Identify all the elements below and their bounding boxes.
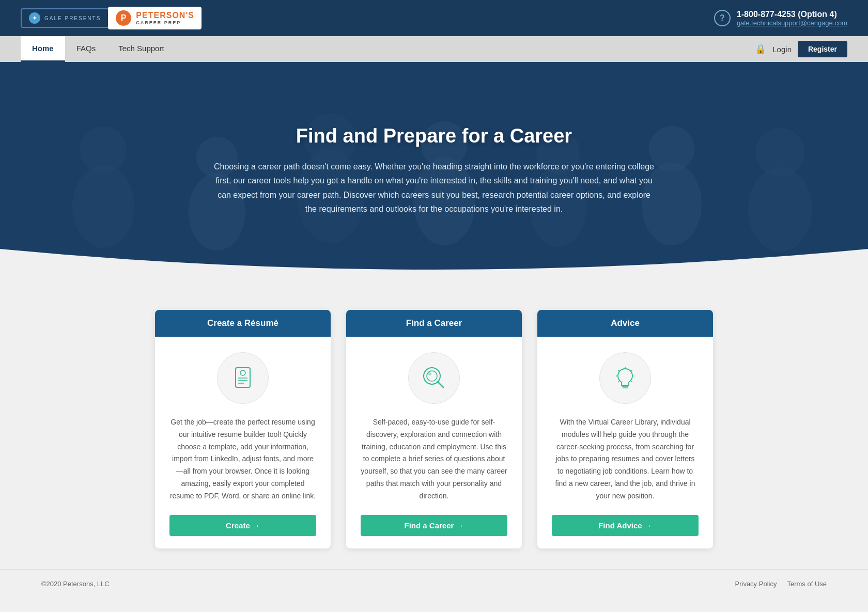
- svg-point-19: [240, 370, 245, 375]
- contact-area: ? 1-800-877-4253 (Option 4) gale.technic…: [714, 10, 847, 27]
- register-button[interactable]: Register: [798, 41, 847, 57]
- phone-number: 1-800-877-4253 (Option 4): [737, 10, 847, 19]
- nav-bar: Home FAQs Tech Support 🔒 Login Register: [0, 36, 868, 62]
- top-bar: GALE PRESENTS P PETERSON'S CAREER PREP ?…: [0, 0, 868, 36]
- svg-line-34: [631, 381, 632, 382]
- advice-card-header: Advice: [537, 310, 713, 337]
- svg-point-24: [427, 371, 437, 381]
- lightbulb-icon: [610, 363, 641, 394]
- resume-icon-circle: [217, 352, 269, 404]
- gale-star-icon: [29, 12, 40, 24]
- petersons-name: PETERSON'S: [136, 11, 194, 20]
- hero-section: Find and Prepare for a Career Choosing a…: [0, 62, 868, 279]
- login-button[interactable]: Login: [772, 45, 792, 54]
- resume-icon: [228, 364, 257, 393]
- support-email[interactable]: gale.technicalsupport@cengage.com: [737, 19, 847, 27]
- advice-card-desc: With the Virtual Career Library, individ…: [552, 416, 699, 503]
- petersons-icon: P: [115, 10, 132, 26]
- help-icon: ?: [714, 10, 731, 26]
- find-career-card-body: Self-paced, easy-to-use guide for self-d…: [346, 337, 522, 548]
- svg-line-31: [618, 370, 619, 371]
- search-career-icon: [419, 363, 450, 394]
- footer-links: Privacy Policy Terms of Use: [735, 580, 827, 588]
- hero-curve: [0, 249, 868, 279]
- resume-card-title: Create a Résumé: [207, 318, 278, 328]
- advice-icon-circle: [599, 352, 651, 404]
- create-resume-button[interactable]: Create →: [169, 515, 316, 536]
- nav-home[interactable]: Home: [21, 36, 65, 62]
- nav-faqs[interactable]: FAQs: [65, 36, 107, 62]
- hero-content: Find and Prepare for a Career Choosing a…: [109, 125, 760, 216]
- find-career-card-desc: Self-paced, easy-to-use guide for self-d…: [361, 416, 507, 503]
- lock-icon: 🔒: [755, 43, 766, 55]
- gale-presents-label: GALE PRESENTS: [44, 15, 101, 21]
- svg-line-25: [438, 382, 443, 387]
- svg-text:P: P: [121, 13, 127, 22]
- advice-card-title: Advice: [611, 318, 640, 328]
- svg-point-26: [428, 372, 431, 375]
- privacy-policy-link[interactable]: Privacy Policy: [735, 580, 777, 588]
- svg-line-35: [618, 381, 619, 382]
- nav-right: 🔒 Login Register: [755, 41, 847, 57]
- nav-links: Home FAQs Tech Support: [21, 36, 176, 62]
- svg-line-30: [631, 370, 632, 371]
- hero-title: Find and Prepare for a Career: [212, 125, 656, 147]
- footer-copyright: ©2020 Petersons, LLC: [41, 580, 110, 588]
- find-career-card-header: Find a Career: [346, 310, 522, 337]
- nav-tech-support[interactable]: Tech Support: [107, 36, 175, 62]
- resume-card: Create a Résumé Get the job—create the p…: [155, 310, 331, 548]
- petersons-logo: P PETERSON'S CAREER PREP: [108, 7, 202, 29]
- advice-card-body: With the Virtual Career Library, individ…: [537, 337, 713, 548]
- petersons-sub: CAREER PREP: [136, 20, 194, 25]
- resume-card-body: Get the job—create the perfect resume us…: [155, 337, 331, 548]
- gale-logo: GALE PRESENTS: [21, 8, 109, 28]
- footer: ©2020 Petersons, LLC Privacy Policy Term…: [0, 569, 868, 598]
- resume-card-header: Create a Résumé: [155, 310, 331, 337]
- find-career-button[interactable]: Find a Career →: [361, 515, 507, 536]
- find-career-card: Find a Career Self-paced, easy-to-use gu…: [346, 310, 522, 548]
- terms-of-use-link[interactable]: Terms of Use: [787, 580, 827, 588]
- advice-card: Advice With the Virtual Career Library, …: [537, 310, 713, 548]
- find-advice-button[interactable]: Find Advice →: [552, 515, 699, 536]
- cards-section: Create a Résumé Get the job—create the p…: [0, 279, 868, 569]
- hero-description: Choosing a career path doesn't come easy…: [212, 160, 656, 216]
- find-career-card-title: Find a Career: [406, 318, 462, 328]
- resume-card-desc: Get the job—create the perfect resume us…: [169, 416, 316, 503]
- search-icon-circle: [408, 352, 460, 404]
- logo-area: GALE PRESENTS P PETERSON'S CAREER PREP: [21, 7, 202, 29]
